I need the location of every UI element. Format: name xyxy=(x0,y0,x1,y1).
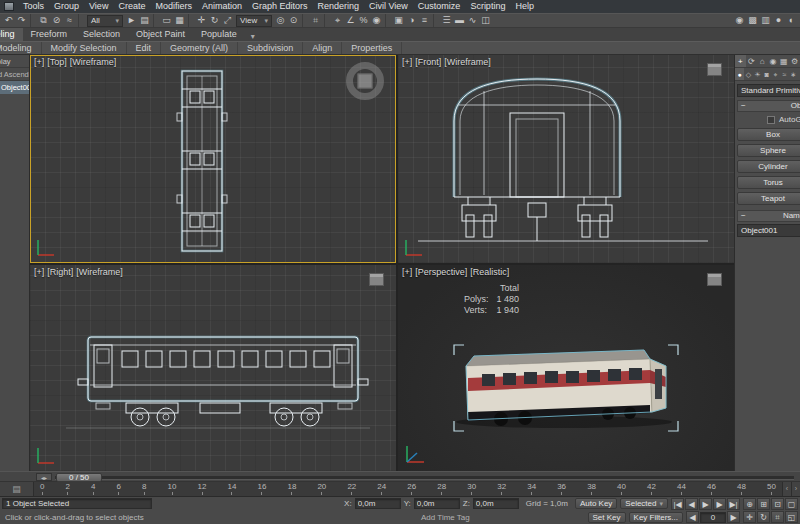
select-link-icon[interactable]: ⧉ xyxy=(37,14,50,27)
viewport-menu-pov[interactable]: [Right] xyxy=(47,267,73,277)
rendered-frame-icon[interactable]: ▥ xyxy=(759,14,772,27)
create-tab[interactable]: + xyxy=(735,55,746,67)
object-name-field[interactable] xyxy=(737,224,800,237)
perspective-wagon-model[interactable] xyxy=(398,265,734,471)
geometry-subtab[interactable]: ● xyxy=(735,68,744,80)
torus-button[interactable]: Torus xyxy=(737,176,800,189)
track-bar[interactable]: ▤ 02468101214161820222426283032343638404… xyxy=(0,482,800,497)
menu-scripting[interactable]: Scripting xyxy=(465,0,510,13)
front-view-wireframe[interactable] xyxy=(398,55,734,263)
tab-selection[interactable]: Selection xyxy=(75,28,128,41)
time-slider[interactable]: ◂▸ 0 / 50 xyxy=(0,471,800,482)
viewcube[interactable] xyxy=(707,63,722,76)
previous-frame-button[interactable]: ◀ xyxy=(686,511,699,523)
z-coordinate-field[interactable] xyxy=(473,498,519,509)
menu-group[interactable]: Group xyxy=(49,0,84,13)
schematic-view-icon[interactable]: ◫ xyxy=(479,14,492,27)
scene-explorer-item-object001[interactable]: Object001 xyxy=(0,81,29,94)
viewcube[interactable] xyxy=(707,273,722,286)
previous-key-button[interactable]: ◀ xyxy=(685,498,698,510)
menu-help[interactable]: Help xyxy=(510,0,539,13)
go-to-start-button[interactable]: |◀ xyxy=(671,498,684,510)
viewport-menu-general[interactable]: [+] xyxy=(34,267,44,277)
zoom-region-icon[interactable]: ▢ xyxy=(785,498,798,510)
ribbon-panel-modify-selection[interactable]: Modify Selection xyxy=(42,42,127,54)
ribbon-panel-edit[interactable]: Edit xyxy=(127,42,162,54)
named-selection-icon[interactable]: ▣ xyxy=(392,14,405,27)
render-iterative-icon[interactable]: ◐ xyxy=(785,14,798,27)
hierarchy-tab[interactable]: ⌂ xyxy=(757,55,768,67)
snap-toggle-icon[interactable]: ⌖ xyxy=(331,14,344,27)
reference-coordinate-dropdown[interactable]: View▾ xyxy=(236,15,272,27)
bind-spacewarp-icon[interactable]: ≈ xyxy=(63,14,76,27)
select-manipulate-icon[interactable]: ⊙ xyxy=(287,14,300,27)
time-slider-step-buttons[interactable]: ◂▸ xyxy=(36,473,52,481)
keyboard-override-icon[interactable]: ⌗ xyxy=(309,14,322,27)
modify-tab[interactable]: ⟳ xyxy=(746,55,757,67)
next-key-button[interactable]: ▶ xyxy=(713,498,726,510)
selection-filter-dropdown[interactable]: All▾ xyxy=(87,15,123,27)
viewcube[interactable] xyxy=(369,273,384,286)
zoom-all-icon[interactable]: ⊞ xyxy=(757,498,770,510)
render-production-icon[interactable]: ● xyxy=(772,14,785,27)
pan-icon[interactable]: ✛ xyxy=(743,511,756,523)
window-crossing-icon[interactable]: ▦ xyxy=(173,14,186,27)
key-filters-button[interactable]: Key Filters... xyxy=(629,512,683,523)
sphere-button[interactable]: Sphere xyxy=(737,144,800,157)
menu-customize[interactable]: Customize xyxy=(413,0,466,13)
app-logo-icon[interactable] xyxy=(4,2,14,11)
open-mini-curve-editor-button[interactable]: ▤ xyxy=(0,482,34,496)
object-type-rollout-header[interactable]: − Object Type xyxy=(737,100,800,112)
viewport-right[interactable]: [+] [Right] [Wireframe] xyxy=(30,265,396,471)
y-coordinate-field[interactable] xyxy=(414,498,460,509)
time-slider-track[interactable] xyxy=(55,476,794,479)
tab-populate[interactable]: Populate xyxy=(193,28,245,41)
mirror-icon[interactable]: ◑ xyxy=(405,14,418,27)
spinner-snap-icon[interactable]: ◉ xyxy=(370,14,383,27)
percent-snap-icon[interactable]: % xyxy=(357,14,370,27)
viewport-menu-shading[interactable]: [Wireframe] xyxy=(70,57,117,67)
layer-manager-icon[interactable]: ☰ xyxy=(440,14,453,27)
menu-modifiers[interactable]: Modifiers xyxy=(150,0,197,13)
select-rotate-icon[interactable]: ↻ xyxy=(208,14,221,27)
helpers-subtab[interactable]: ⌖ xyxy=(771,68,780,80)
undo-icon[interactable]: ↶ xyxy=(2,14,15,27)
menu-view[interactable]: View xyxy=(84,0,113,13)
tab-modeling[interactable]: Modeling xyxy=(0,28,23,41)
use-pivot-center-icon[interactable]: ◎ xyxy=(274,14,287,27)
x-coordinate-field[interactable] xyxy=(355,498,401,509)
teapot-button[interactable]: Teapot xyxy=(737,192,800,205)
key-mode-dropdown[interactable]: Selected ▾ xyxy=(620,498,668,509)
tab-freeform[interactable]: Freeform xyxy=(23,28,76,41)
render-setup-icon[interactable]: ▩ xyxy=(746,14,759,27)
viewport-menu-shading[interactable]: [Wireframe] xyxy=(444,57,491,67)
select-object-icon[interactable]: ► xyxy=(125,14,138,27)
spacewarps-subtab[interactable]: ≈ xyxy=(780,68,789,80)
primitive-category-dropdown[interactable]: Standard Primitives ▾ xyxy=(737,84,800,97)
menu-tools[interactable]: Tools xyxy=(18,0,49,13)
display-tab[interactable]: ▦ xyxy=(778,55,789,67)
angle-snap-icon[interactable]: ∠ xyxy=(344,14,357,27)
orbit-icon[interactable]: ↻ xyxy=(757,511,770,523)
cameras-subtab[interactable]: ◙ xyxy=(762,68,771,80)
viewport-menu-general[interactable]: [+] xyxy=(402,57,412,67)
select-by-name-icon[interactable]: ▤ xyxy=(138,14,151,27)
autogrid-checkbox[interactable] xyxy=(767,116,775,124)
select-scale-icon[interactable]: ⤢ xyxy=(221,14,234,27)
unlink-icon[interactable]: ⊘ xyxy=(50,14,63,27)
frame-ruler[interactable]: 0246810121416182022242628303234363840424… xyxy=(34,482,782,496)
auto-key-button[interactable]: Auto Key xyxy=(575,498,617,509)
right-view-wireframe[interactable] xyxy=(30,265,396,471)
viewport-front[interactable]: [+] [Front] [Wireframe] xyxy=(398,55,734,263)
ruler-scroll-right-icon[interactable]: › xyxy=(791,482,800,496)
ribbon-options-icon[interactable]: ▾ xyxy=(251,32,255,41)
ribbon-toggle-icon[interactable]: ▬ xyxy=(453,14,466,27)
time-slider-handle[interactable]: 0 / 50 xyxy=(56,473,102,482)
select-move-icon[interactable]: ✛ xyxy=(195,14,208,27)
ribbon-panel-properties[interactable]: Properties xyxy=(342,42,402,54)
redo-icon[interactable]: ↷ xyxy=(15,14,28,27)
box-button[interactable]: Box xyxy=(737,128,800,141)
viewport-menu-pov[interactable]: [Front] xyxy=(415,57,441,67)
next-frame-button[interactable]: ▶ xyxy=(727,511,740,523)
align-icon[interactable]: ≡ xyxy=(418,14,431,27)
